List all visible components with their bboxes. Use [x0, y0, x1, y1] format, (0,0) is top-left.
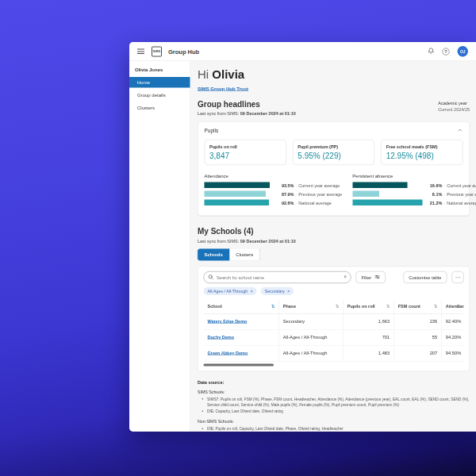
stat-label: Pupils on roll: [209, 144, 281, 149]
stat-card-free-school-meals: Free school meals (FSM) 12.95% (498): [381, 140, 463, 165]
sidebar-item-home[interactable]: Home: [129, 77, 190, 88]
clear-search-button[interactable]: ×: [344, 274, 347, 280]
bar-category: Current year average: [442, 182, 476, 187]
column-header-school[interactable]: ⇅School: [204, 300, 279, 313]
stat-value: 5.95% (229): [298, 152, 369, 161]
school-link[interactable]: Waters Edge Demo: [208, 319, 248, 324]
sort-icon: ⇅: [271, 304, 275, 309]
pupils-panel-title: Pupils: [205, 128, 219, 134]
fsm-count-cell: 55: [394, 329, 442, 345]
my-schools-title: My Schools (4): [198, 227, 470, 236]
sidebar-item-group-details[interactable]: Group details: [129, 90, 190, 101]
column-label: Pupils on roll: [347, 304, 375, 309]
sidebar-user-name: Olivia Jones: [129, 67, 190, 77]
help-button[interactable]: ?: [443, 48, 450, 55]
headlines-last-sync: Last sync from SIMS: 09 December 2024 at…: [198, 111, 296, 116]
greeting-prefix: Hi: [198, 67, 212, 81]
group-headlines-title: Group headlines: [198, 100, 296, 109]
ellipsis-icon: ⋯: [455, 274, 461, 281]
bar-row-current-year: 16.6%Current year average: [352, 182, 476, 189]
attendance-cell: 92.40%: [442, 313, 464, 329]
stat-label: Free school meals (FSM): [386, 144, 458, 149]
schools-table-card: × Filter Customise table ⋯: [198, 267, 470, 371]
search-icon: [208, 274, 214, 282]
data-source-bullet: DfE: Capacity, Last Ofsted date, Ofsted …: [207, 408, 470, 414]
column-header-fsm-count[interactable]: ⇅FSM count: [394, 300, 442, 313]
notifications-button[interactable]: [428, 48, 435, 56]
filter-sliders-icon: [374, 274, 380, 281]
bar-row-national: 21.2%National average: [352, 200, 476, 206]
fsm-count-cell: 207: [394, 345, 442, 361]
table-row: Green Abbey Demo All-Ages / All-Through …: [204, 345, 464, 361]
top-bar: SIMS Group Hub ? OJ: [129, 42, 476, 61]
bar-fill: [205, 182, 270, 189]
sort-icon: ⇅: [386, 304, 390, 309]
chart-title: Attendance: [205, 173, 343, 178]
chevron-up-icon[interactable]: [458, 128, 463, 135]
column-header-pupils-on-roll[interactable]: ⇅Pupils on roll: [344, 300, 394, 313]
table-row: Waters Edge Demo Secondary 1,663 236 92.…: [204, 313, 464, 329]
academic-year-label: Academic year: [438, 101, 470, 106]
non-sims-schools-heading: Non-SIMS Schools:: [198, 419, 470, 424]
topbar-actions: ? OJ: [428, 46, 468, 57]
app-title: Group Hub: [168, 48, 199, 56]
school-link[interactable]: Duchy Demo: [208, 335, 235, 340]
bar-category: National average: [294, 200, 332, 205]
more-options-button[interactable]: ⋯: [452, 271, 464, 283]
bar-fill: [352, 182, 407, 189]
bar-row-previous-year: 87.9%Previous year average: [205, 191, 343, 198]
remove-chip-icon[interactable]: ×: [287, 289, 290, 294]
bar-fill: [352, 191, 379, 198]
pupils-on-roll-cell: 1,483: [344, 345, 394, 361]
trust-link[interactable]: SIMS Group Hub Trust: [198, 86, 248, 91]
phase-cell: All-Ages / All-Through: [279, 345, 344, 361]
sidebar-item-clusters[interactable]: Clusters: [129, 102, 190, 113]
pupils-on-roll-cell: 1,663: [344, 313, 394, 329]
main-content: Hi Olivia SIMS Group Hub Trust Group hea…: [190, 61, 476, 432]
filter-button-label: Filter: [362, 275, 372, 280]
chart-title: Persistent absence: [352, 173, 476, 178]
sort-icon: ⇅: [336, 304, 340, 309]
sort-icon: ⇅: [434, 304, 438, 309]
bar-value: 21.2%: [425, 200, 442, 205]
search-input[interactable]: [204, 271, 351, 283]
bar-track: [352, 191, 422, 198]
table-row: Duchy Demo All-Ages / All-Through 701 55…: [204, 329, 464, 345]
attendance-cell: 94.50%: [442, 345, 464, 361]
sims-logo-text: SIMS: [153, 50, 161, 53]
pupils-panel-header: Pupils: [205, 128, 463, 135]
bar-row-current-year: 93.5%Current year average: [205, 182, 343, 189]
sidebar: Olivia Jones Home Group details Clusters: [129, 61, 190, 432]
bar-category: National average: [442, 200, 476, 205]
filter-button[interactable]: Filter: [356, 271, 386, 283]
stat-value: 3,847: [209, 152, 281, 161]
school-link[interactable]: Green Abbey Demo: [208, 351, 248, 355]
data-source-bullet: SIMS7: Pupils on roll, FSM (%), Phase, F…: [207, 396, 470, 409]
bar-track: [205, 191, 274, 198]
column-label: FSM count: [398, 304, 420, 309]
horizontal-scrollbar[interactable]: [204, 363, 274, 366]
sims-schools-heading: SIMS Schools:: [198, 389, 470, 393]
user-avatar[interactable]: OJ: [458, 46, 469, 57]
hamburger-menu-button[interactable]: [137, 48, 144, 56]
tab-clusters[interactable]: Clusters: [229, 249, 260, 261]
page-greeting: Hi Olivia: [198, 67, 470, 81]
column-header-attendance[interactable]: ⇅Attendance (%): [442, 300, 464, 313]
data-source-section: Data source: SIMS Schools: SIMS7: Pupils…: [198, 380, 470, 432]
app-window: SIMS Group Hub ? OJ Olivia Jones Home Gr…: [129, 42, 476, 432]
stat-label: Pupil premium (PP): [298, 144, 369, 149]
filter-chip-all-ages[interactable]: All-Ages / All-Through ×: [204, 287, 257, 295]
column-label: Attendance (%): [446, 304, 464, 309]
tab-schools[interactable]: Schools: [198, 249, 229, 261]
charts-row: Attendance 93.5%Current year average 87.…: [205, 173, 463, 209]
chip-label: All-Ages / All-Through: [208, 289, 248, 294]
stat-card-pupils-on-roll: Pupils on roll 3,847: [205, 140, 286, 165]
column-header-phase[interactable]: ⇅Phase: [279, 300, 344, 313]
bar-value: 16.6%: [425, 182, 442, 187]
sims-logo: SIMS: [152, 46, 162, 56]
customise-table-button[interactable]: Customise table: [403, 271, 447, 283]
filter-chip-secondary[interactable]: Secondary ×: [261, 287, 294, 295]
bar-row-national: 92.6%National average: [205, 200, 343, 206]
chip-label: Secondary: [265, 289, 285, 294]
remove-chip-icon[interactable]: ×: [251, 289, 253, 294]
